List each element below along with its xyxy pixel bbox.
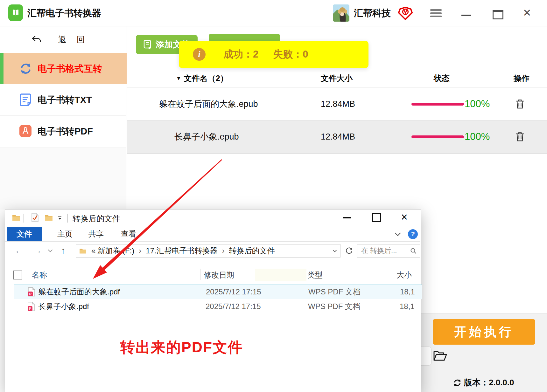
explorer-window: 转换后的文件 × 文件 主页 共享 查看 ? ← → ↑ — [5, 209, 421, 392]
explorer-addressbar-row: ← → ↑ « 新加卷 (F:) › 17.汇帮电子书转换器 › 转换后的文件 — [5, 241, 420, 260]
sidebar-item-format-convert[interactable]: 电子书格式互转 — [0, 53, 127, 84]
tab-share[interactable]: 共享 — [83, 227, 109, 241]
divider — [67, 214, 68, 223]
divider — [24, 214, 24, 223]
version-text: 版本：2.0.0.0 — [464, 377, 514, 388]
select-all-checkbox[interactable] — [13, 271, 22, 279]
nav-back-icon[interactable]: ← — [15, 241, 23, 260]
sidebar-item-label: 电子书转TXT — [38, 84, 92, 115]
table-header-divider — [127, 87, 547, 87]
progress-bar — [411, 135, 464, 138]
file-name: 躲在蚊子后面的大象.pdf — [39, 285, 120, 299]
app-logo-icon — [8, 4, 23, 21]
open-output-folder-icon[interactable] — [433, 350, 447, 361]
column-header-filename[interactable]: ▼ 文件名（2） — [176, 73, 228, 84]
close-button[interactable]: × — [523, 4, 531, 21]
column-separator[interactable] — [391, 269, 391, 280]
explorer-close-button[interactable]: × — [401, 210, 408, 225]
file-size: 18,1 — [400, 299, 422, 313]
tab-file[interactable]: 文件 — [7, 227, 42, 241]
column-name[interactable]: 名称 — [32, 270, 47, 280]
vip-badge-icon[interactable] — [398, 6, 413, 20]
properties-check-icon[interactable] — [31, 213, 39, 222]
app-title: 汇帮电子书转换器 — [27, 0, 101, 26]
menu-button[interactable] — [430, 9, 442, 19]
breadcrumb-drive[interactable]: 新加卷 (F:) — [97, 246, 134, 256]
wps-pdf-file-icon: P — [27, 302, 35, 311]
tab-view[interactable]: 查看 — [116, 227, 141, 241]
column-separator[interactable] — [305, 269, 305, 280]
file-name: 长鼻子小象.pdf — [38, 299, 89, 313]
file-name: 长鼻子小象.epub — [174, 120, 239, 153]
version-row: 版本：2.0.0.0 — [453, 377, 514, 388]
breadcrumb-collapse[interactable]: « — [91, 246, 95, 255]
delete-icon[interactable] — [515, 132, 524, 142]
sidebar-item-to-txt[interactable]: 电子书转TXT — [0, 84, 127, 115]
address-bar[interactable]: « 新加卷 (F:) › 17.汇帮电子书转换器 › 转换后的文件 — [76, 244, 340, 258]
maximize-button[interactable] — [493, 10, 503, 19]
avatar[interactable] — [333, 4, 349, 22]
sync-icon — [19, 62, 32, 75]
explorer-file-row[interactable]: P 长鼻子小象.pdf 2025/7/12 17:15 WPS PDF 文档 1… — [14, 299, 422, 313]
nav-up-icon[interactable]: ↑ — [61, 241, 66, 260]
wps-pdf-file-icon: P — [28, 287, 35, 297]
ribbon-expand-icon[interactable] — [395, 232, 401, 236]
file-row[interactable]: 躲在蚊子后面的大象.epub 12.84MB 100% — [127, 88, 547, 120]
column-header-filesize: 文件大小 — [321, 73, 353, 84]
new-folder-icon[interactable] — [45, 214, 53, 221]
column-header-action: 操作 — [511, 73, 532, 84]
version-refresh-icon — [453, 379, 461, 387]
back-arrow-icon — [32, 36, 41, 44]
result-toast: i 成功：2 失败：0 — [179, 41, 368, 68]
search-box[interactable]: 在 转换后... — [357, 244, 420, 258]
file-size: 18,1 — [400, 285, 422, 299]
sort-desc-icon[interactable]: ▼ — [176, 75, 181, 82]
delete-icon[interactable] — [515, 99, 524, 109]
breadcrumb-separator: › — [222, 246, 225, 255]
explorer-window-title: 转换后的文件 — [73, 213, 120, 224]
explorer-ribbon: 文件 主页 共享 查看 ? — [5, 227, 420, 242]
progress-percent: 100% — [465, 120, 490, 153]
refresh-icon[interactable] — [343, 244, 355, 257]
address-folder-icon — [79, 248, 86, 254]
file-row[interactable]: 长鼻子小象.epub 12.84MB 100% — [127, 120, 547, 153]
column-type[interactable]: 类型 — [307, 270, 323, 280]
toast-fail-text: 失败：0 — [273, 48, 308, 61]
file-size: 12.84MB — [321, 88, 353, 120]
search-icon[interactable] — [410, 248, 417, 254]
file-type: WPS PDF 文档 — [308, 285, 361, 299]
explorer-column-headers: 名称 修改日期 类型 大小 — [5, 267, 420, 282]
explorer-minimize-button[interactable] — [343, 217, 351, 218]
nav-history-icon[interactable] — [48, 249, 53, 252]
explorer-titlebar: 转换后的文件 × — [5, 210, 420, 227]
start-button[interactable]: 开始执行 — [433, 319, 535, 345]
folder-icon — [12, 214, 20, 221]
file-date: 2025/7/12 17:15 — [206, 285, 261, 299]
explorer-file-row[interactable]: P 躲在蚊子后面的大象.pdf 2025/7/12 17:15 WPS PDF … — [14, 285, 422, 299]
brand-name: 汇帮科技 — [354, 0, 391, 26]
add-file-icon — [144, 40, 152, 49]
breadcrumb-separator: › — [139, 246, 141, 255]
help-icon[interactable]: ? — [408, 229, 418, 239]
qat-dropdown-icon[interactable] — [57, 215, 62, 220]
file-name: 躲在蚊子后面的大象.epub — [159, 88, 258, 120]
file-type: WPS PDF 文档 — [308, 299, 360, 313]
column-separator[interactable] — [200, 269, 201, 280]
column-date[interactable]: 修改日期 — [204, 270, 234, 280]
progress-bar — [411, 103, 464, 106]
file-size: 12.84MB — [321, 120, 353, 153]
minimize-button[interactable] — [461, 15, 471, 16]
app-titlebar: 汇帮电子书转换器 汇帮科技 × — [0, 0, 547, 26]
nav-forward-icon[interactable]: → — [33, 241, 42, 260]
info-icon: i — [193, 48, 206, 61]
tab-home[interactable]: 主页 — [52, 227, 78, 241]
sidebar-item-label: 电子书格式互转 — [38, 53, 102, 84]
back-label: 返回 — [58, 34, 95, 45]
address-dropdown-icon[interactable] — [333, 250, 337, 252]
explorer-maximize-button[interactable] — [372, 213, 381, 222]
annotation-text: 转出来的PDF文件 — [120, 338, 243, 357]
breadcrumb-current[interactable]: 转换后的文件 — [229, 246, 275, 256]
back-button[interactable]: 返回 — [0, 26, 127, 53]
breadcrumb-folder[interactable]: 17.汇帮电子书转换器 — [146, 246, 217, 256]
sidebar-item-to-pdf[interactable]: 电子书转PDF — [0, 116, 127, 147]
